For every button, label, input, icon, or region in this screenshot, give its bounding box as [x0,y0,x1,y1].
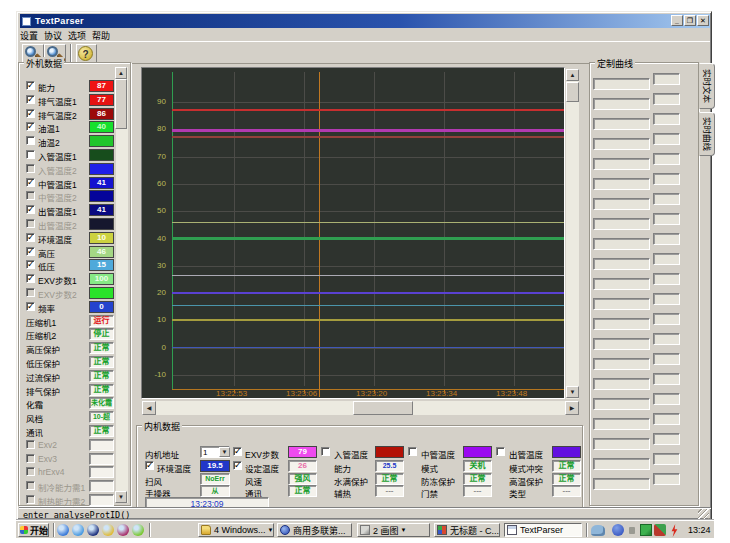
curve-name-field[interactable] [593,358,650,370]
chart-scroll-down[interactable]: ▼ [566,386,579,398]
curve-value-field[interactable] [653,173,680,185]
curve-value-field[interactable] [653,133,680,145]
left-row-checkbox[interactable] [26,122,35,131]
curve-name-field[interactable] [593,318,650,330]
taskbar-button-1[interactable]: 商用多联第... [277,523,352,537]
curve-value-field[interactable] [653,73,680,85]
left-panel-scrollbar[interactable]: ▲▼ [116,67,128,503]
chart-h-scrollbar[interactable]: ◀▶ [142,401,579,415]
tab-realtime-curve[interactable]: 实时曲线 [699,112,715,156]
curve-value-field[interactable] [653,93,680,105]
left-row-checkbox[interactable] [26,247,35,256]
curve-name-field[interactable] [593,378,650,390]
left-row-checkbox[interactable] [26,178,35,187]
curve-name-field[interactable] [593,458,650,470]
curve-name-field[interactable] [593,478,650,490]
quicklaunch-ie-icon[interactable] [57,524,69,536]
curve-value-field[interactable] [653,113,680,125]
curve-name-field[interactable] [593,238,650,250]
curve-name-field[interactable] [593,278,650,290]
left-row-checkbox[interactable] [26,454,35,463]
taskbar-button-0[interactable]: 4 Windows...▼ [198,523,274,537]
chart-scroll-left[interactable]: ◀ [142,401,156,415]
left-row-checkbox[interactable] [26,288,35,297]
left-row-checkbox[interactable] [26,150,35,159]
left-row-checkbox[interactable] [26,481,35,490]
curve-name-field[interactable] [593,78,650,90]
chart-v-thumb[interactable] [566,82,579,102]
left-row-checkbox[interactable] [26,495,35,504]
group-checkbox[interactable] [496,447,505,456]
dragon-icon[interactable] [654,524,666,536]
addr-dropdown-button[interactable]: ▼ [219,447,230,457]
curve-value-field[interactable] [653,333,680,345]
scroll-down-button[interactable]: ▼ [115,491,127,503]
curve-name-field[interactable] [593,178,650,190]
curve-value-field[interactable] [653,393,680,405]
minimize-button[interactable]: _ [671,15,683,26]
group-checkbox[interactable] [408,447,417,456]
curve-value-field[interactable] [653,353,680,365]
bottom-checkbox[interactable] [145,461,154,470]
curve-value-field[interactable] [653,253,680,265]
restore-button[interactable]: ❐ [684,15,696,26]
left-row-checkbox[interactable] [26,205,35,214]
hand-icon[interactable] [591,525,605,536]
curve-value-field[interactable] [653,433,680,445]
taskbar-button-2[interactable]: 2 画图▼ [357,523,430,537]
curve-value-field[interactable] [653,213,680,225]
chart-icon[interactable] [640,524,652,536]
curve-name-field[interactable] [593,398,650,410]
left-row-checkbox[interactable] [26,219,35,228]
scroll-thumb[interactable] [115,79,127,129]
left-row-checkbox[interactable] [26,95,35,104]
group-checkbox[interactable] [321,447,330,456]
flash-icon[interactable] [668,524,681,537]
start-button[interactable]: 开始 [18,523,49,537]
curve-name-field[interactable] [593,338,650,350]
left-row-checkbox[interactable] [26,274,35,283]
curve-name-field[interactable] [593,218,650,230]
left-row-checkbox[interactable] [26,136,35,145]
addr-dropdown[interactable]: 1▼ [200,446,230,458]
chart-scroll-right[interactable]: ▶ [565,401,579,415]
left-row-checkbox[interactable] [26,164,35,173]
curve-name-field[interactable] [593,438,650,450]
left-row-checkbox[interactable] [26,233,35,242]
curve-name-field[interactable] [593,258,650,270]
chart-cursor-line[interactable] [319,72,320,397]
curve-name-field[interactable] [593,98,650,110]
quicklaunch-player-icon[interactable] [132,524,144,536]
left-row-checkbox[interactable] [26,467,35,476]
left-row-checkbox[interactable] [26,440,35,449]
curve-value-field[interactable] [653,293,680,305]
close-button[interactable]: ✕ [697,15,709,26]
curve-name-field[interactable] [593,138,650,150]
curve-value-field[interactable] [653,373,680,385]
left-row-checkbox[interactable] [26,191,35,200]
left-row-checkbox[interactable] [26,81,35,90]
tab-realtime-text[interactable]: 实时文本 [699,63,715,109]
help-button[interactable]: ? [76,44,97,63]
curve-name-field[interactable] [593,118,650,130]
messenger-icon[interactable] [612,524,624,536]
taskbar-button-4[interactable]: TextParser [504,523,582,537]
taskbar-button-3[interactable]: 无标题 - C... [434,523,500,537]
curve-value-field[interactable] [653,413,680,425]
chart-scroll-up[interactable]: ▲ [566,69,579,81]
curve-value-field[interactable] [653,273,680,285]
quicklaunch-media-icon[interactable] [117,524,129,536]
volume-icon[interactable] [629,527,635,534]
quicklaunch-mail-icon[interactable] [72,524,84,536]
curve-value-field[interactable] [653,233,680,245]
bottom-checkbox[interactable] [233,447,242,456]
curve-value-field[interactable] [653,313,680,325]
quicklaunch-msn-icon[interactable] [87,524,99,536]
curve-value-field[interactable] [653,153,680,165]
curve-name-field[interactable] [593,198,650,210]
curve-value-field[interactable] [653,473,680,485]
curve-name-field[interactable] [593,418,650,430]
chart-v-scrollbar[interactable]: ▲▼ [566,69,579,399]
left-row-checkbox[interactable] [26,109,35,118]
scroll-up-button[interactable]: ▲ [115,67,127,79]
